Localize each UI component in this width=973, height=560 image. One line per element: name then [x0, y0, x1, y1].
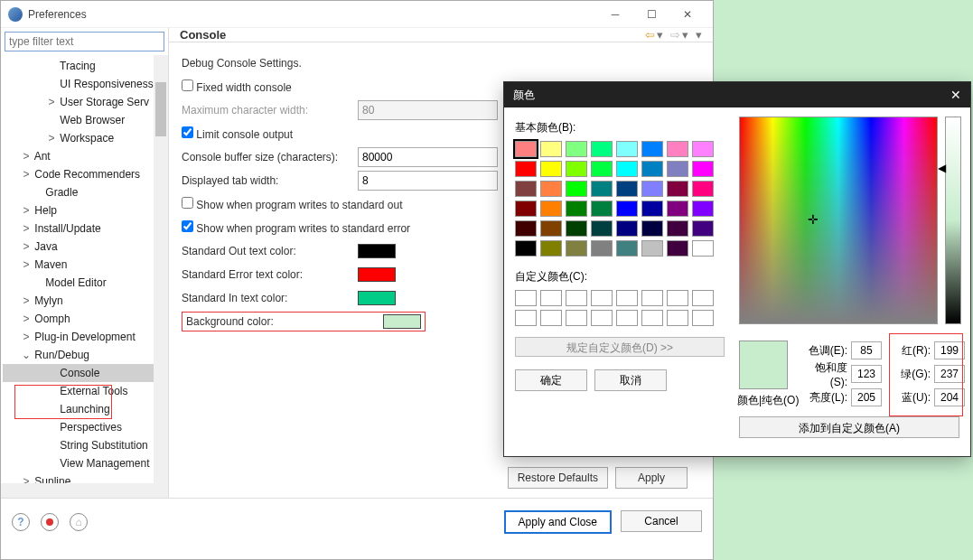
palette-color[interactable]	[667, 220, 688, 237]
tree-item[interactable]: > Help	[3, 201, 168, 219]
palette-color[interactable]	[515, 240, 537, 257]
buffer-input[interactable]	[358, 147, 498, 167]
tree-item[interactable]: Perspectives	[3, 418, 168, 436]
color-gradient[interactable]: ✛	[739, 117, 938, 324]
palette-color[interactable]	[667, 201, 688, 217]
tree-item[interactable]: Model Editor	[3, 274, 168, 292]
tree-item[interactable]: > Maven	[3, 256, 168, 274]
custom-palette-slot[interactable]	[667, 290, 688, 306]
palette-color[interactable]	[641, 141, 663, 157]
palette-color[interactable]	[591, 220, 613, 237]
palette-color[interactable]	[667, 161, 688, 177]
tree-item[interactable]: > Oomph	[3, 310, 168, 328]
palette-color[interactable]	[692, 181, 714, 197]
tree-item[interactable]: Launching	[3, 400, 168, 418]
color-cancel-button[interactable]: 取消	[594, 369, 667, 391]
tree-item[interactable]: > Sunline	[3, 472, 168, 483]
stderr-color-button[interactable]	[358, 267, 396, 282]
sat-input[interactable]	[851, 365, 882, 383]
palette-color[interactable]	[641, 161, 663, 177]
custom-palette-slot[interactable]	[692, 310, 714, 326]
tree-item[interactable]: Tracing	[3, 57, 168, 75]
tree-item[interactable]: Gradle	[3, 183, 168, 201]
cancel-button[interactable]: Cancel	[621, 510, 702, 532]
palette-color[interactable]	[641, 240, 663, 257]
tree-item[interactable]: > Workspace	[3, 129, 168, 147]
green-input[interactable]	[934, 365, 965, 383]
palette-color[interactable]	[566, 141, 587, 157]
tree-item[interactable]: > Mylyn	[3, 292, 168, 310]
palette-color[interactable]	[692, 220, 714, 237]
palette-color[interactable]	[591, 181, 613, 197]
palette-color[interactable]	[515, 181, 537, 197]
palette-color[interactable]	[692, 240, 714, 257]
palette-color[interactable]	[641, 181, 663, 197]
palette-color[interactable]	[540, 141, 562, 157]
palette-color[interactable]	[641, 201, 663, 217]
palette-color[interactable]	[616, 220, 638, 237]
tree-item[interactable]: Web Browser	[3, 111, 168, 129]
custom-palette-slot[interactable]	[692, 290, 714, 306]
palette-color[interactable]	[591, 141, 613, 157]
tree-item[interactable]: External Tools	[3, 382, 168, 400]
tree-item[interactable]: > Ant	[3, 147, 168, 165]
nav-arrows[interactable]: ⇦▾ ⇨▾ ▾	[645, 28, 702, 42]
bg-color-button[interactable]	[383, 314, 421, 329]
tree[interactable]: Tracing UI Responsiveness> User Storage …	[1, 55, 168, 483]
palette-color[interactable]	[540, 181, 562, 197]
bulb-icon[interactable]: ⌂	[70, 513, 88, 531]
palette-color[interactable]	[515, 141, 537, 157]
tree-item[interactable]: UI Responsiveness	[3, 75, 168, 93]
red-input[interactable]	[934, 341, 965, 359]
limit-output-checkbox[interactable]: Limit console output	[182, 126, 293, 141]
tree-item[interactable]: View Management	[3, 454, 168, 472]
palette-color[interactable]	[540, 201, 562, 217]
palette-color[interactable]	[616, 240, 638, 257]
blue-input[interactable]	[934, 388, 965, 406]
show-stderr-checkbox[interactable]: Show when program writes to standard err…	[182, 220, 410, 235]
palette-color[interactable]	[591, 240, 613, 257]
palette-color[interactable]	[667, 181, 688, 197]
tab-width-input[interactable]	[358, 171, 498, 191]
palette-color[interactable]	[515, 220, 537, 237]
palette-color[interactable]	[616, 141, 638, 157]
stdout-color-button[interactable]	[358, 244, 396, 258]
custom-palette-slot[interactable]	[540, 310, 562, 326]
custom-palette-slot[interactable]	[515, 290, 537, 306]
add-custom-color-button[interactable]: 添加到自定义颜色(A)	[739, 416, 959, 438]
palette-color[interactable]	[515, 161, 537, 177]
palette-color[interactable]	[566, 201, 587, 217]
palette-color[interactable]	[667, 141, 688, 157]
palette-color[interactable]	[566, 240, 587, 257]
tree-item[interactable]: > Install/Update	[3, 219, 168, 238]
tree-item[interactable]: > Plug-in Development	[3, 328, 168, 346]
palette-color[interactable]	[540, 161, 562, 177]
tree-item[interactable]: > Code Recommenders	[3, 165, 168, 183]
custom-palette[interactable]	[515, 290, 725, 326]
stdin-color-button[interactable]	[358, 291, 396, 305]
custom-palette-slot[interactable]	[641, 310, 663, 326]
palette-color[interactable]	[692, 141, 714, 157]
color-dialog-close[interactable]: ✕	[950, 88, 961, 102]
palette-color[interactable]	[566, 181, 587, 197]
color-ok-button[interactable]: 确定	[515, 369, 587, 391]
custom-palette-slot[interactable]	[591, 290, 613, 306]
tree-item[interactable]: ⌄ Run/Debug	[3, 346, 168, 364]
custom-palette-slot[interactable]	[515, 310, 537, 326]
palette-color[interactable]	[591, 161, 613, 177]
basic-palette[interactable]	[515, 141, 725, 257]
help-icon[interactable]: ?	[12, 513, 30, 531]
palette-color[interactable]	[566, 220, 587, 237]
palette-color[interactable]	[515, 201, 537, 217]
palette-color[interactable]	[540, 220, 562, 237]
maximize-button[interactable]: ☐	[633, 2, 669, 27]
palette-color[interactable]	[641, 220, 663, 237]
tree-item[interactable]: String Substitution	[3, 436, 168, 454]
tree-hscroll[interactable]	[1, 483, 168, 498]
palette-color[interactable]	[540, 240, 562, 257]
close-button[interactable]: ✕	[669, 2, 706, 27]
custom-palette-slot[interactable]	[616, 290, 638, 306]
fixed-width-checkbox[interactable]: Fixed width console	[182, 79, 292, 94]
tree-item[interactable]: Console	[3, 364, 168, 382]
palette-color[interactable]	[692, 161, 714, 177]
